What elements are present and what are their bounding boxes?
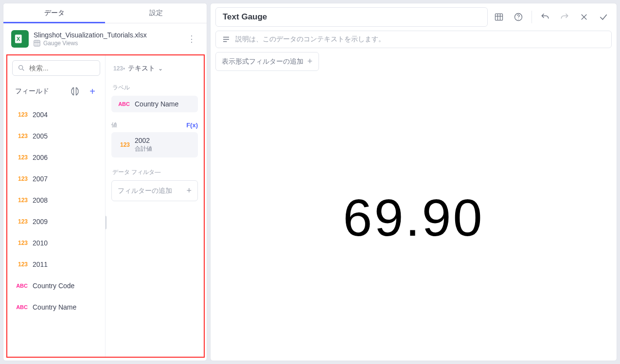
field-item[interactable]: 1232006 [11,147,101,168]
add-data-filter-button[interactable]: フィルターの追加 + [111,180,198,201]
viz-selector-label: テキスト [128,64,155,73]
label-pill-text: Country Name [135,100,178,108]
search-icon [18,64,25,72]
confirm-icon[interactable] [595,9,612,25]
field-item[interactable]: 1232007 [11,168,101,190]
field-name: 2005 [33,132,48,140]
number-badge-icon: 123 [15,154,28,161]
panel-tabs: データ 設定 [3,3,207,23]
tab-data[interactable]: データ [3,3,105,23]
redo-icon[interactable] [556,9,573,25]
fields-search[interactable] [12,60,100,76]
description-placeholder: 説明は、このデータのコンテキストを示します。 [235,35,385,44]
shelves-column: 123• テキスト ⌄ ラベル ABC Country Name 値 F(x) … [106,55,204,357]
viz-title-input[interactable]: Text Gauge [215,7,488,27]
fields-header-label: フィールド [15,87,49,96]
table-view-icon[interactable] [491,9,507,25]
datasource-title: Slingshot_Visualization_Tutorials.xlsx [34,31,179,39]
number-badge-icon: 123 [117,141,130,148]
fields-column: フィールド + 12320041232005123200612320071232… [7,55,106,357]
field-item[interactable]: 1232010 [11,232,101,254]
svg-rect-2 [34,40,40,46]
right-panel: Text Gauge 説明は、 [210,3,617,361]
fields-shelves-area: フィールド + 12320041232005123200612320071232… [6,54,205,358]
visualization-canvas: 69.90 [211,74,617,361]
field-name: 2007 [33,175,48,183]
number-badge-icon: 123 [15,111,28,118]
value-pill[interactable]: 123 2002 合計値 [111,132,198,157]
plus-icon: + [307,56,313,67]
add-viz-filter-label: 表示形式フィルターの追加 [222,57,303,66]
description-input[interactable]: 説明は、このデータのコンテキストを示します。 [215,31,612,48]
field-name: 2010 [33,239,48,247]
text-gauge-value: 69.90 [343,187,484,248]
help-icon[interactable] [510,9,527,25]
svg-line-7 [22,69,24,70]
field-name: 2009 [33,218,48,225]
scroll-indicator [106,216,106,229]
close-icon[interactable] [576,9,592,25]
number-badge-icon: 123 [15,261,28,268]
toolbar-separator [531,11,532,23]
brain-icon[interactable] [68,85,82,98]
add-data-filter-label: フィルターの追加 [118,187,172,195]
abc-badge-icon: ABC [15,304,28,310]
field-item[interactable]: ABCCountry Name [11,296,101,318]
topbar: Text Gauge [211,3,617,31]
number-badge-icon: 123 [15,133,28,139]
shelf-value-label: 値 [111,121,117,129]
svg-text:X: X [17,36,20,42]
datasource-row: X Slingshot_Visualization_Tutorials.xlsx… [3,23,207,54]
number-badge-icon: 123 [15,175,28,182]
field-item[interactable]: 1232005 [11,125,101,147]
description-icon [222,35,230,44]
undo-icon[interactable] [537,9,553,25]
abc-badge-icon: ABC [117,101,130,107]
field-name: 2006 [33,154,48,161]
fields-list: 1232004123200512320061232007123200812320… [7,102,105,357]
field-item[interactable]: 1232008 [11,190,101,211]
number-badge-icon: 123 [15,240,28,246]
field-item[interactable]: ABCCountry Code [11,275,101,296]
field-name: 2008 [33,196,48,204]
plus-icon: + [186,186,192,196]
shelf-label-label: ラベル [112,84,197,92]
search-input[interactable] [29,64,114,72]
field-name: 2004 [33,111,48,119]
number-badge-icon: 123 [15,218,28,225]
svg-point-6 [19,66,23,69]
shelf-filter-label: データ フィルタ― [112,168,197,176]
datasource-sheet-name: Gauge Views [43,40,78,47]
label-pill[interactable]: ABC Country Name [111,96,198,112]
field-name: Country Code [33,282,74,290]
field-item[interactable]: 1232011 [11,254,101,275]
visualization-selector[interactable]: 123• テキスト ⌄ [111,61,198,76]
value-pill-text: 2002 [135,137,152,144]
svg-rect-8 [496,14,503,20]
field-name: Country Name [33,303,76,311]
svg-point-13 [518,19,518,19]
chevron-down-icon: ⌄ [158,65,163,72]
number-badge-icon: 123 [15,197,28,204]
value-pill-sub: 合計値 [135,145,152,153]
excel-icon: X [11,30,29,48]
datasource-menu-button[interactable]: ⋮ [184,32,199,46]
sheet-icon [34,40,40,47]
viz-prefix-icon: 123• [113,65,125,72]
field-item[interactable]: 1232009 [11,211,101,232]
fx-button[interactable]: F(x) [186,121,198,129]
field-item[interactable]: 1232004 [11,104,101,125]
abc-badge-icon: ABC [15,283,28,289]
tab-settings[interactable]: 設定 [105,3,207,23]
add-field-button[interactable]: + [86,85,99,98]
field-name: 2011 [33,260,48,268]
add-viz-filter-button[interactable]: 表示形式フィルターの追加 + [215,52,319,71]
left-panel: データ 設定 X Slingshot_Visualization_Tutoria… [3,3,207,361]
